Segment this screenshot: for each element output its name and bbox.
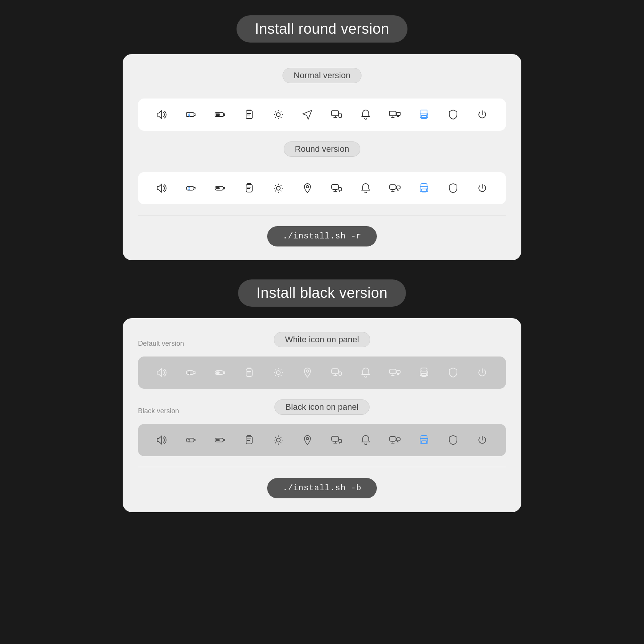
svg-line-74: [275, 442, 276, 443]
svg-rect-35: [339, 187, 342, 191]
notification-round-icon: [357, 180, 374, 197]
display-icon: [328, 106, 345, 123]
install-black-button[interactable]: ./install.sh -b: [267, 478, 377, 498]
svg-line-32: [275, 191, 276, 191]
battery-icon: [212, 106, 228, 123]
svg-rect-2: [216, 113, 220, 116]
black-card: Default version White icon on panel: [123, 318, 521, 512]
power-round-icon: [474, 180, 491, 197]
black-version-label: Black version: [138, 407, 199, 415]
svg-rect-17: [421, 110, 427, 113]
round-version-label: Round version: [284, 141, 360, 157]
svg-line-72: [281, 442, 281, 443]
charging-icon: [182, 106, 199, 123]
install-round-button[interactable]: ./install.sh -r: [267, 226, 377, 246]
svg-rect-44: [246, 369, 252, 376]
round-card: Normal version: [123, 54, 521, 260]
notification-dark-icon: [357, 432, 374, 449]
white-panel-icon-row: [138, 356, 506, 389]
location-pin-round-icon: [299, 180, 316, 197]
display-white-icon: [328, 364, 345, 381]
svg-rect-43: [216, 371, 220, 374]
power-dark-icon: [474, 432, 491, 449]
normal-version-icon-row: [138, 99, 506, 131]
card-divider: [138, 215, 506, 215]
svg-rect-58: [396, 370, 400, 373]
black-card-divider: [138, 467, 506, 467]
svg-rect-59: [421, 368, 427, 371]
svg-rect-56: [339, 372, 342, 375]
black-section-title: Install black version: [238, 279, 406, 307]
clipboard-white-icon: [241, 364, 258, 381]
svg-line-73: [281, 437, 281, 438]
svg-rect-77: [339, 439, 342, 443]
svg-point-61: [427, 372, 428, 373]
charging-dark-icon: [182, 432, 199, 449]
svg-rect-36: [389, 185, 396, 189]
svg-point-82: [427, 440, 428, 441]
svg-rect-34: [332, 184, 338, 189]
svg-line-30: [281, 191, 281, 191]
location-icon: [299, 106, 316, 123]
svg-rect-13: [332, 111, 338, 116]
svg-point-40: [427, 188, 428, 189]
round-version-icon-row: [138, 172, 506, 204]
battery-dark-icon: [212, 432, 228, 449]
svg-line-53: [275, 375, 276, 376]
svg-rect-55: [332, 369, 338, 374]
charging-white-icon: [182, 364, 199, 381]
svg-rect-23: [246, 184, 252, 192]
svg-line-11: [281, 112, 281, 112]
display-round-icon: [328, 180, 345, 197]
power-icon: [474, 106, 491, 123]
svg-rect-80: [421, 435, 427, 439]
notification-icon: [357, 106, 374, 123]
white-panel-label: White icon on panel: [274, 332, 370, 347]
svg-line-71: [275, 437, 276, 438]
svg-line-9: [275, 112, 276, 112]
battery-white-icon: [212, 364, 228, 381]
battery-round-icon: [212, 180, 228, 197]
svg-point-4: [276, 113, 280, 117]
location-white-icon: [299, 364, 316, 381]
volume-icon: [153, 106, 170, 123]
svg-rect-37: [396, 186, 400, 189]
clipboard-round-icon: [241, 180, 258, 197]
svg-point-54: [306, 370, 309, 372]
svg-line-52: [281, 370, 281, 370]
volume-round-icon: [153, 180, 170, 197]
brightness-icon: [270, 106, 287, 123]
clipboard-icon: [241, 106, 258, 123]
svg-line-31: [281, 185, 281, 186]
location-dark-icon: [299, 432, 316, 449]
black-panel-icon-row: [138, 424, 506, 456]
round-section-title: Install round version: [237, 15, 408, 43]
brightness-round-icon: [270, 180, 287, 197]
multimonitor-dark-icon: [386, 432, 403, 449]
shield-icon: [445, 106, 462, 123]
svg-point-24: [276, 186, 280, 190]
multimonitor-white-icon: [386, 364, 403, 381]
svg-point-75: [306, 437, 309, 440]
svg-point-19: [427, 114, 428, 115]
svg-rect-78: [389, 437, 396, 441]
svg-line-50: [275, 370, 276, 370]
svg-rect-57: [389, 369, 396, 374]
svg-line-10: [281, 117, 281, 118]
svg-line-29: [275, 185, 276, 186]
notification-white-icon: [357, 364, 374, 381]
brightness-dark-icon: [270, 432, 287, 449]
svg-rect-76: [332, 436, 338, 441]
svg-rect-16: [396, 112, 400, 115]
svg-rect-65: [246, 436, 252, 444]
shield-round-icon: [445, 180, 462, 197]
printer-white-icon: [416, 364, 432, 381]
black-panel-label: Black icon on panel: [274, 399, 370, 415]
svg-rect-79: [396, 438, 400, 441]
svg-rect-14: [339, 114, 342, 117]
svg-rect-22: [216, 187, 220, 189]
svg-point-33: [306, 186, 309, 188]
svg-rect-3: [246, 111, 252, 118]
charging-round-icon: [182, 180, 199, 197]
svg-point-66: [276, 438, 280, 442]
